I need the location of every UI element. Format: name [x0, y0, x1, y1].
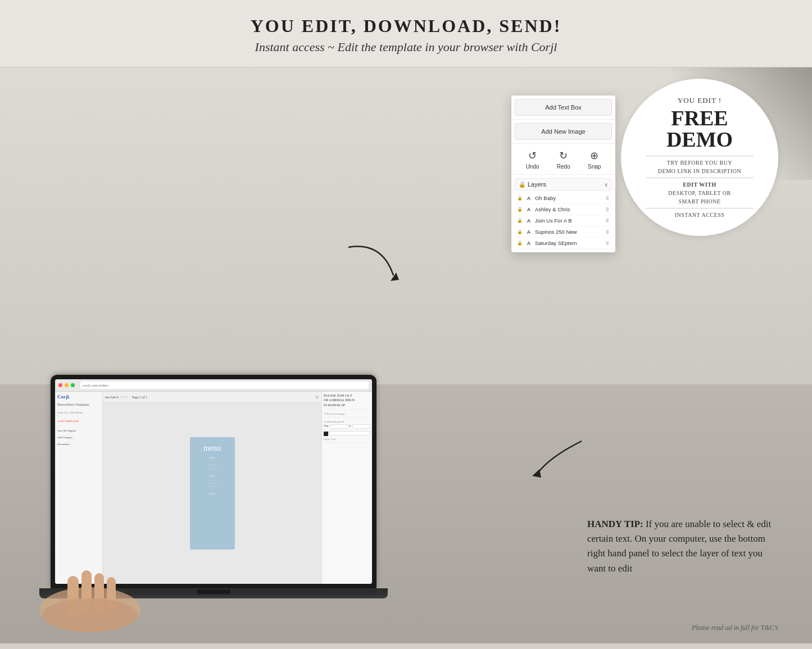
redo-action[interactable]: ↻ Redo — [557, 149, 570, 170]
layer-name-join-us: Join Us For A B — [535, 217, 603, 224]
banner-subtitle: Instant access ~ Edit the template in yo… — [11, 40, 801, 55]
toolbar-font: test font 9 — [105, 396, 119, 399]
menu-card-preview: menu entree ··············· ············… — [190, 437, 235, 550]
banner-title: YOU EDIT, DOWNLOAD, SEND! — [11, 16, 801, 37]
top-banner: YOU EDIT, DOWNLOAD, SEND! Instant access… — [0, 0, 812, 67]
panel-divider-1 — [511, 119, 615, 120]
corjl-panel: Add Text Box Add New Image ↺ Undo ↻ Redo… — [511, 96, 615, 252]
layer-lock-icon-2: 🔒 — [517, 207, 523, 212]
browser-url: corjl.com/orders — [80, 382, 369, 389]
layer-lock-icon-3: 🔒 — [517, 218, 523, 223]
disclaimer: Please read ad in full for T&C's — [692, 624, 778, 632]
undo-icon: ↺ — [528, 149, 537, 162]
demo-divider-1 — [646, 156, 754, 156]
demo-edit-with: EDIT WITH — [683, 180, 716, 189]
demo-link: DEMO LINK IN DESCRIPTION — [658, 167, 741, 175]
redo-icon: ↻ — [559, 149, 568, 162]
layer-delete-icon-2[interactable]: 🗑 — [605, 207, 610, 212]
main-area: corjl.com/orders Corjl. NoorayParty Temp… — [0, 67, 812, 643]
w-field[interactable] — [330, 424, 348, 429]
layer-delete-icon-3[interactable]: 🗑 — [605, 218, 610, 223]
laptop-notch — [197, 589, 230, 594]
undo-label: Undo — [526, 164, 539, 170]
redo-label: Redo — [557, 164, 570, 170]
layer-type-icon-5: A — [525, 240, 533, 246]
handy-tip-label: HANDY TIP: — [587, 519, 643, 529]
invitation-text: PLEASE JOIN US F OR A BRIDAL BRUN IN HON… — [324, 393, 370, 407]
layer-lock-icon-5: 🔒 — [517, 240, 523, 246]
right-panel-resize: ☐ Resize as Image — [324, 412, 370, 417]
incomplete-label: ● INCOMPLETE — [57, 419, 100, 424]
layers-header[interactable]: 🔒 Layers ∨ — [515, 178, 612, 190]
layers-title: 🔒 Layers — [519, 181, 546, 188]
sidebar-actions: Save & Original Add Changes Download — [57, 428, 100, 447]
brand-name: NoorayParty Templates — [57, 402, 100, 408]
menu-card-title: menu — [203, 444, 221, 453]
lock-icon: 🔒 — [519, 181, 525, 188]
demo-try-before: TRY BEFORE YOU BUY — [667, 158, 732, 167]
layer-delete-icon-5[interactable]: 🗑 — [605, 240, 610, 246]
undo-action[interactable]: ↺ Undo — [526, 149, 539, 170]
editor-toolbar: test font 9 5.1×7 Page 1 of 1 🛒 — [103, 392, 321, 403]
h-label: h: — [350, 424, 352, 430]
chevron-down-icon: ∨ — [604, 181, 608, 188]
browser-bar: corjl.com/orders — [55, 379, 372, 392]
right-panel-invitation: PLEASE JOIN US F OR A BRIDAL BRUN IN HON… — [324, 393, 370, 410]
wh-fields: Wgt: h: — [324, 424, 370, 430]
standard-region-label: Standard Regon ▾ — [324, 420, 370, 423]
svg-point-5 — [42, 598, 138, 632]
browser-min-dot — [65, 383, 69, 387]
hand-area — [34, 542, 146, 632]
demo-free-label: FREE — [671, 107, 728, 129]
add-text-box-button[interactable]: Add Text Box — [515, 99, 612, 116]
layer-item-ashley[interactable]: 🔒 A Ashley & Chris 🗑 — [515, 204, 612, 215]
resize-image-label: ☐ Resize as Image — [324, 412, 370, 415]
toolbar-size: 5.1×7 — [120, 396, 128, 399]
layer-name-oh-baby: Oh Baby — [535, 195, 603, 201]
layer-name-saturday: Saturday SEptem — [535, 240, 603, 246]
toolbar-page: Page 1 of 1 — [132, 396, 147, 399]
layer-type-icon: A — [525, 196, 533, 201]
snap-icon: ⊕ — [590, 149, 598, 162]
layer-lock-icon: 🔒 — [517, 196, 523, 201]
layer-item-join-us[interactable]: 🔒 A Join Us For A B 🗑 — [515, 215, 612, 226]
layer-name-supinos: Supinos 250 New — [535, 229, 603, 235]
demo-circle: YOU EDIT ! FREE DEMO TRY BEFORE YOU BUY … — [621, 79, 778, 236]
handy-tip: HANDY TIP: If you are unable to select &… — [587, 517, 778, 576]
layer-name-ashley: Ashley & Chris — [535, 206, 603, 212]
panel-divider-2 — [511, 143, 615, 144]
font-field[interactable] — [329, 431, 370, 435]
demo-devices: DESKTOP, TABLET OR — [668, 189, 731, 197]
snap-action[interactable]: ⊕ Snap — [588, 149, 601, 170]
add-new-image-button[interactable]: Add New Image — [515, 123, 612, 140]
save-original: Save & Original — [57, 428, 100, 433]
layer-delete-icon-4[interactable]: 🗑 — [605, 229, 610, 234]
demo-instant: INSTANT ACCESS — [675, 211, 725, 219]
color-swatch-row — [324, 431, 370, 437]
layer-item-saturday[interactable]: 🔒 A Saturday SEptem 🗑 — [515, 238, 612, 249]
editor-nav: NoorayParty Templates Order Id: 15097581… — [57, 402, 100, 447]
color-swatch — [324, 432, 328, 436]
download-option: Download — [57, 442, 100, 447]
browser-close-dot — [58, 383, 62, 387]
layers-section: 🔒 Layers ∨ 🔒 A Oh Baby 🗑 🔒 A Ashley & Ch… — [511, 175, 615, 252]
layer-delete-icon[interactable]: 🗑 — [605, 196, 610, 201]
layer-type-icon-3: A — [525, 218, 533, 224]
h-field[interactable] — [352, 424, 370, 429]
layer-item-supinos[interactable]: 🔒 A Supinos 250 New 🗑 — [515, 226, 612, 238]
editor-right-panel: PLEASE JOIN US F OR A BRIDAL BRUN IN HON… — [321, 392, 372, 584]
layer-item-oh-baby[interactable]: 🔒 A Oh Baby 🗑 — [515, 193, 612, 204]
order-id: Order Id: 1509758194 — [57, 410, 100, 415]
toolbar-orders-icon: 🛒 — [315, 395, 319, 399]
demo-you-edit-label: YOU EDIT ! — [678, 96, 722, 105]
add-changes: Add Changes — [57, 435, 100, 440]
demo-smartphone: SMART PHONE — [678, 197, 720, 206]
corjl-logo: Corjl. — [57, 394, 100, 400]
snap-label: Snap — [588, 164, 601, 170]
w-label: Wgt: — [324, 424, 329, 430]
layer-lock-icon-4: 🔒 — [517, 229, 523, 234]
demo-divider-2 — [646, 178, 754, 178]
layers-label: Layers — [528, 181, 546, 188]
right-panel-fields: Standard Regon ▾ Wgt: h: S — [324, 420, 370, 443]
browser-max-dot — [71, 383, 75, 387]
